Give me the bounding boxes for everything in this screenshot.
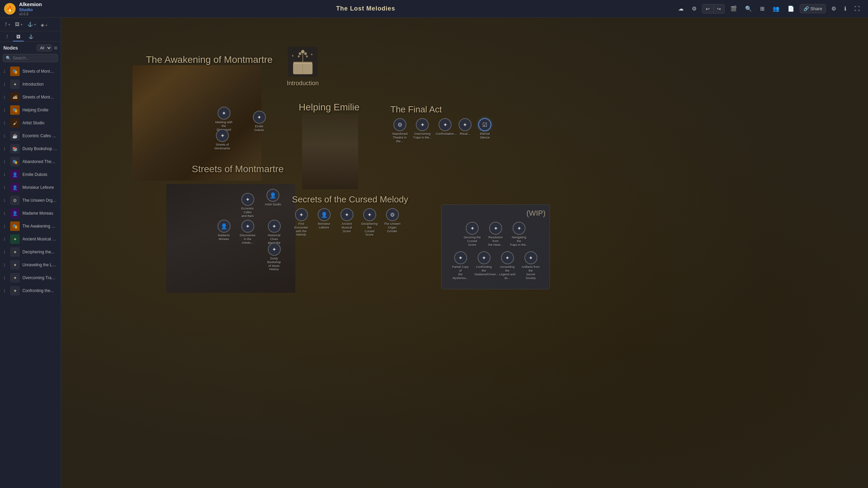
sidebar-add-image-btn[interactable]: 🖼 + [14, 20, 24, 28]
node-deciphering[interactable]: ✦ Deciphering theCursed Score [360, 208, 379, 237]
sidebar-item-num-8: 1 [3, 173, 7, 177]
sidebar: ⤴ + 🖼 + ⚓ + ◈ + ⤴ 🖼 ⚓ Nodes All ⊞ 🔍 1 🎭 [0, 18, 61, 488]
sidebar-item-num-12: 1 [3, 224, 7, 228]
node-unseen-organ[interactable]: ⚙ The UnseenOrgan Grinder [383, 208, 402, 233]
node-overcoming-fa-icon: ✦ [416, 118, 429, 131]
sidebar-item-label-1: Introduction [22, 82, 44, 87]
sidebar-item-3[interactable]: 1 🎭 Helping Emilie [0, 104, 61, 116]
grid-button[interactable]: ⊞ [757, 4, 767, 13]
node-confrontation[interactable]: ✦ Confrontation... [436, 118, 455, 136]
tab-image[interactable]: 🖼 [13, 33, 24, 41]
node-artist-studio[interactable]: 👤 Artist Studio [265, 189, 281, 206]
node-partial-copy[interactable]: ✦ Partial Copy ofthe Mysteriou... [451, 251, 470, 280]
sidebar-item-7[interactable]: 1 🎭 Abandoned Theatre... [0, 155, 61, 168]
wip-row-2: ✦ Partial Copy ofthe Mysteriou... ✦ Conf… [446, 251, 546, 280]
node-ancient-icon: ✦ [340, 208, 353, 221]
node-monsieur-lefevre[interactable]: 👤 Monsieur Lefevre [315, 208, 333, 230]
search-button[interactable]: 🔍 [742, 4, 755, 13]
redo-button[interactable]: ↪ [714, 4, 724, 13]
node-discoveries-icon: ✦ [241, 220, 254, 233]
sidebar-item-label-2: Streets of Montmartre [22, 95, 57, 100]
sidebar-item-10[interactable]: 1 ⚙ The Unseen Organ... [0, 194, 61, 207]
sidebar-item-13[interactable]: 1 ✦ Ancient Musical Score [0, 233, 61, 246]
sidebar-share-btn[interactable]: ⤴ + [3, 20, 12, 28]
nodes-filter-select[interactable]: All [37, 44, 52, 51]
undo-button[interactable]: ↩ [702, 4, 714, 13]
secrets-title: Secrets of the Cursed Melody [292, 194, 408, 205]
film-button[interactable]: 🎬 [727, 4, 740, 13]
svg-rect-21 [293, 62, 312, 64]
node-first-encounter[interactable]: ✦ First Encounterwith the Melody [292, 208, 311, 237]
node-eccentric[interactable]: ✦ Eccentric Cafesand Bars [238, 193, 257, 218]
node-abandoned-icon: ⚙ [393, 118, 406, 131]
file-button[interactable]: 📄 [785, 4, 797, 13]
node-eternal-silence[interactable]: ☑ Eternal Silence [476, 118, 494, 140]
sidebar-item-17[interactable]: 1 ✦ Confronting the... [0, 284, 61, 297]
wip-title: (WIP) [446, 209, 546, 218]
maximize-button[interactable]: ⛶ [852, 4, 863, 13]
node-abandoned-theatre[interactable]: ⚙ AbandonedTheatre in the... [390, 118, 409, 143]
svg-point-23 [301, 50, 304, 53]
sidebar-item-11[interactable]: 1 👤 Madame Moreau [0, 207, 61, 220]
svg-text:✦: ✦ [310, 53, 313, 56]
sidebar-item-1[interactable]: 1 ✦ Introduction [0, 78, 61, 91]
node-emilie-dubois[interactable]: ✦ Emilie Dubois [250, 111, 269, 132]
node-ancient-musical-score[interactable]: ✦ Ancient MusicalScore [337, 208, 356, 233]
search-input[interactable] [13, 56, 55, 60]
gear-button[interactable]: ⚙ [829, 4, 839, 13]
sidebar-item-9[interactable]: 1 👤 Monsieur Lefevre [0, 181, 61, 194]
sidebar-nodes-header: Nodes All ⊞ [0, 42, 61, 53]
node-resolution[interactable]: ✦ Resolution fromthe Heist... [486, 222, 505, 247]
node-navigating[interactable]: ✦ Navigating theTraps in the... [510, 222, 529, 247]
sidebar-item-num-3: 1 [3, 108, 7, 112]
share-button[interactable]: 🔗 Share [800, 4, 826, 13]
sidebar-item-label-12: The Awakening of... [22, 224, 57, 229]
sidebar-item-8[interactable]: 1 👤 Emilie Dubois [0, 168, 61, 181]
sidebar-add-node-btn[interactable]: ◈ + [39, 22, 49, 28]
tab-anchor[interactable]: ⚓ [25, 33, 37, 41]
sidebar-item-0[interactable]: 1 🎭 Streets of Montmartre [0, 65, 61, 78]
node-emilie-icon: ✦ [253, 111, 266, 124]
intro-node-label: Introduction [287, 80, 319, 87]
undo-redo-group: ↩ ↪ [702, 4, 725, 14]
sidebar-item-2[interactable]: 1 🏙 Streets of Montmartre [0, 91, 61, 104]
node-madame-label: Madame Moreau [215, 234, 233, 241]
sidebar-item-16[interactable]: 1 ✦ Overcoming Traps in... [0, 271, 61, 284]
node-historical-icon: ✦ [268, 220, 281, 233]
node-streets-mini[interactable]: ✦ Streets ofMontmartre [215, 129, 230, 150]
settings-node-button[interactable]: ⚙ [689, 4, 699, 13]
sidebar-item-4[interactable]: 1 🖌 Artist Studio [0, 116, 61, 129]
cloud-button[interactable]: ☁ [676, 4, 686, 13]
sidebar-item-num-5: 1 [3, 134, 7, 138]
top-bar-actions: ☁ ⚙ ↩ ↪ 🎬 🔍 ⊞ 👥 📄 🔗 Share ⚙ ℹ ⛶ [670, 4, 868, 14]
node-dusty-icon: ✦ [268, 243, 281, 256]
sidebar-anchor-btn[interactable]: ⚓ + [26, 20, 37, 28]
sidebar-item-5[interactable]: 1 ☕ Eccentric Cafes and... [0, 129, 61, 142]
node-ritual[interactable]: ✦ Ritual... [459, 118, 472, 136]
canvas-area[interactable]: The Awakening of Montmartre [61, 18, 868, 488]
node-dusty[interactable]: ✦ Dusty Bookshopof Music History [265, 243, 283, 271]
info-button[interactable]: ℹ [842, 4, 849, 13]
nodes-filter-icon[interactable]: ⊞ [54, 46, 57, 50]
sidebar-item-6[interactable]: 1 📚 Dusty Bookshop of... [0, 142, 61, 155]
search-icon: 🔍 [6, 56, 11, 60]
node-securing[interactable]: ✦ Securing theCursed Score [463, 222, 482, 247]
node-overcoming-traps-fa[interactable]: ✦ OvercomingTraps in the... [413, 118, 432, 140]
tab-share[interactable]: ⤴ [3, 33, 12, 41]
intro-node[interactable]: ✦ ✦ · Introduction [287, 47, 319, 87]
users-button[interactable]: 👥 [770, 4, 782, 13]
node-madame-moreau[interactable]: 👤 Madame Moreau [215, 220, 233, 241]
sidebar-item-label-4: Artist Studio [22, 121, 44, 125]
sidebar-item-15[interactable]: 1 ✦ Unraveling the Lege... [0, 258, 61, 271]
node-confronting-madame[interactable]: ✦ Confronting theMadame/Driven... [475, 251, 493, 280]
sidebar-item-icon-11: 👤 [10, 209, 20, 218]
sidebar-item-12[interactable]: 1 🎭 The Awakening of... [0, 220, 61, 233]
node-discoveries[interactable]: ✦ Discoveries in theArtistic... [238, 220, 257, 245]
sidebar-item-label-14: Deciphering the... [22, 250, 54, 254]
node-artifacts[interactable]: ✦ Artifacts from theSecret Society [521, 251, 540, 280]
sidebar-item-14[interactable]: 1 ✦ Deciphering the... [0, 246, 61, 258]
node-unraveling-wip[interactable]: ✦ Unraveling theLegend and its... [498, 251, 517, 280]
sidebar-item-label-16: Overcoming Traps in... [22, 275, 57, 280]
wip-row-1: ✦ Securing theCursed Score ✦ Resolution … [446, 222, 546, 247]
node-emilie-label: Emilie Dubois [250, 125, 269, 132]
